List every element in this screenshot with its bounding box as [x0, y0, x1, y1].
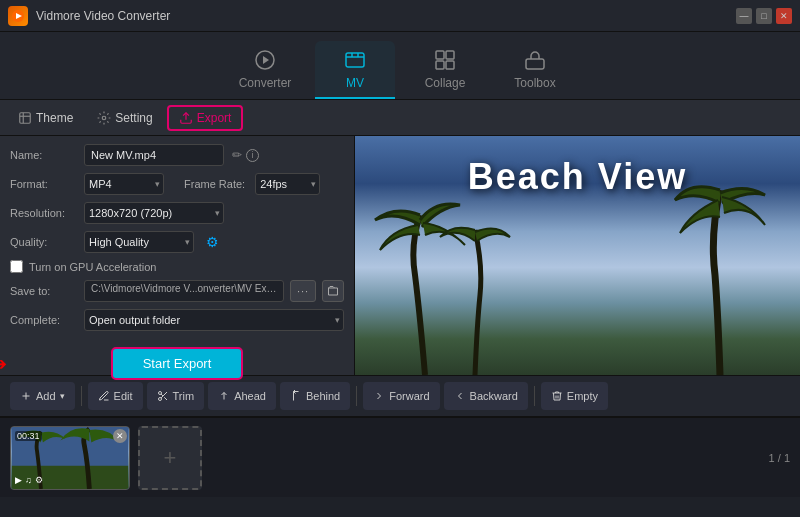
empty-button[interactable]: Empty: [541, 382, 608, 410]
quality-label: Quality:: [10, 236, 78, 248]
svg-rect-6: [446, 51, 454, 59]
complete-select-wrap: Open output folder: [84, 309, 344, 331]
complete-label: Complete:: [10, 314, 78, 326]
browse-folder-button[interactable]: [322, 280, 344, 302]
palm-tree-mid: [435, 215, 515, 375]
thumb-duration: 00:31: [15, 431, 42, 441]
app-icon: [8, 6, 28, 26]
thumb-subtitle-icon: ⚙: [35, 475, 43, 485]
framerate-label: Frame Rate:: [184, 178, 245, 190]
name-row-icons: ✏ i: [232, 148, 259, 162]
export-button[interactable]: Export: [167, 105, 244, 131]
saveto-path: C:\Vidmore\Vidmore V...onverter\MV Expor…: [84, 280, 284, 302]
video-preview: Beach View: [355, 136, 800, 375]
video-title: Beach View: [468, 156, 687, 198]
edit-button[interactable]: Edit: [88, 382, 143, 410]
resolution-label: Resolution:: [10, 207, 78, 219]
complete-row: Complete: Open output folder: [10, 309, 344, 331]
close-button[interactable]: ✕: [776, 8, 792, 24]
framerate-select[interactable]: 24fps: [255, 173, 320, 195]
quality-settings-icon[interactable]: ⚙: [206, 234, 219, 250]
app-title: Vidmore Video Converter: [36, 9, 736, 23]
right-panel: Beach View ▶: [355, 136, 800, 375]
left-panel: Name: ✏ i Format: MP4 Frame Rate: 24fps: [0, 136, 355, 375]
separator-1: [81, 386, 82, 406]
thumb-video-icon: ▶: [15, 475, 22, 485]
quality-select[interactable]: High Quality: [84, 231, 194, 253]
timeline-thumb-1[interactable]: ✕ 00:31 ▶ ♫ ⚙: [10, 426, 130, 490]
trim-button[interactable]: Trim: [147, 382, 205, 410]
name-row: Name: ✏ i: [10, 144, 344, 166]
main-nav: Converter MV Collage Toolbox: [0, 32, 800, 100]
gpu-row: Turn on GPU Acceleration: [10, 260, 344, 273]
add-button[interactable]: Add ▾: [10, 382, 75, 410]
svg-marker-3: [263, 56, 269, 64]
info-icon[interactable]: i: [246, 149, 259, 162]
quality-select-wrap: High Quality: [84, 231, 194, 253]
svg-point-17: [158, 392, 161, 395]
gpu-label: Turn on GPU Acceleration: [29, 261, 156, 273]
svg-rect-4: [346, 53, 364, 67]
sub-toolbar: Theme Setting Export: [0, 100, 800, 136]
add-media-button[interactable]: +: [138, 426, 202, 490]
titlebar: Vidmore Video Converter — □ ✕: [0, 0, 800, 32]
saveto-row: Save to: C:\Vidmore\Vidmore V...onverter…: [10, 280, 344, 302]
svg-line-21: [161, 394, 163, 396]
browse-more-button[interactable]: ···: [290, 280, 316, 302]
window-controls: — □ ✕: [736, 8, 792, 24]
svg-rect-5: [436, 51, 444, 59]
behind-button[interactable]: Behind: [280, 382, 350, 410]
bottom-toolbar: Add ▾ Edit Trim Ahead Behind Forward Bac…: [0, 375, 800, 417]
ahead-button[interactable]: Ahead: [208, 382, 276, 410]
name-input[interactable]: [84, 144, 224, 166]
backward-button[interactable]: Backward: [444, 382, 528, 410]
arrow-indicator: ➔: [0, 353, 7, 375]
inner-content: Name: ✏ i Format: MP4 Frame Rate: 24fps: [0, 136, 800, 375]
resolution-select-wrap: 1280x720 (720p): [84, 202, 224, 224]
framerate-select-wrap: 24fps: [255, 173, 320, 195]
thumb-media-icons: ▶ ♫ ⚙: [15, 475, 43, 485]
edit-name-icon[interactable]: ✏: [232, 148, 242, 162]
gpu-checkbox[interactable]: [10, 260, 23, 273]
tab-mv[interactable]: MV: [315, 41, 395, 99]
thumb-audio-icon: ♫: [25, 475, 32, 485]
quality-row: Quality: High Quality ⚙: [10, 231, 344, 253]
svg-rect-7: [436, 61, 444, 69]
resolution-select[interactable]: 1280x720 (720p): [84, 202, 224, 224]
format-label: Format:: [10, 178, 78, 190]
format-select-wrap: MP4: [84, 173, 164, 195]
svg-line-20: [164, 397, 167, 400]
start-export-section: ➔ Start Export: [10, 347, 344, 380]
svg-rect-9: [526, 59, 544, 69]
format-select[interactable]: MP4: [84, 173, 164, 195]
thumb-close-button[interactable]: ✕: [113, 429, 127, 443]
start-export-button[interactable]: Start Export: [111, 347, 244, 380]
theme-button[interactable]: Theme: [8, 107, 83, 129]
complete-select[interactable]: Open output folder: [84, 309, 344, 331]
tab-toolbox[interactable]: Toolbox: [495, 41, 575, 99]
svg-point-11: [103, 116, 107, 120]
saveto-label: Save to:: [10, 285, 78, 297]
tab-collage[interactable]: Collage: [405, 41, 485, 99]
add-dropdown-icon: ▾: [60, 391, 65, 401]
setting-button[interactable]: Setting: [87, 107, 162, 129]
format-row: Format: MP4 Frame Rate: 24fps: [10, 173, 344, 195]
separator-2: [356, 386, 357, 406]
forward-button[interactable]: Forward: [363, 382, 439, 410]
resolution-row: Resolution: 1280x720 (720p): [10, 202, 344, 224]
svg-point-18: [158, 398, 161, 401]
palm-tree-right: [670, 175, 770, 375]
page-indicator: 1 / 1: [769, 452, 790, 464]
timeline: ✕ 00:31 ▶ ♫ ⚙ + 1 / 1: [0, 417, 800, 497]
svg-rect-8: [446, 61, 454, 69]
tab-converter[interactable]: Converter: [225, 41, 305, 99]
separator-3: [534, 386, 535, 406]
maximize-button[interactable]: □: [756, 8, 772, 24]
svg-rect-10: [20, 112, 31, 123]
minimize-button[interactable]: —: [736, 8, 752, 24]
name-label: Name:: [10, 149, 78, 161]
